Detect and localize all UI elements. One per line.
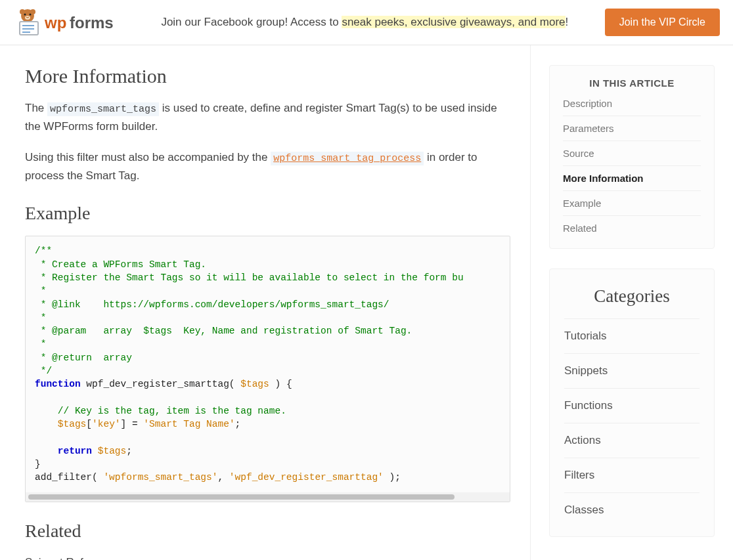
toc-list: Description Parameters Source More Infor… — [550, 98, 714, 248]
toc-item-example[interactable]: Example — [563, 190, 701, 215]
promo-text-highlight: sneak peeks, exclusive giveaways, and mo… — [342, 16, 565, 28]
toc-item-more-information[interactable]: More Information — [563, 165, 701, 190]
promo-text-suffix: ! — [566, 16, 569, 28]
svg-point-3 — [24, 14, 26, 16]
promo-banner: Join our Facebook group! Access to sneak… — [125, 16, 605, 29]
svg-point-2 — [30, 9, 35, 14]
code-horizontal-scrollbar[interactable] — [26, 492, 510, 502]
wpforms-logo-icon: wpforms — [13, 9, 125, 36]
snippet-references-label: Snippet References: — [25, 553, 510, 560]
svg-point-4 — [30, 14, 32, 16]
category-item-tutorials[interactable]: Tutorials — [564, 318, 700, 353]
scrollbar-thumb[interactable] — [28, 494, 455, 500]
categories-card: Categories Tutorials Snippets Functions … — [549, 269, 715, 537]
link-wpforms-smart-tag-process[interactable]: wpforms_smart_tag_process — [271, 152, 424, 165]
categories-list: Tutorials Snippets Functions Actions Fil… — [550, 318, 714, 536]
heading-related: Related — [25, 521, 510, 542]
join-vip-button[interactable]: Join the VIP Circle — [605, 9, 720, 36]
logo[interactable]: wpforms — [13, 9, 125, 36]
code-example-block: /** * Create a WPForms Smart Tag. * Regi… — [25, 236, 510, 502]
promo-text-prefix: Join our Facebook group! Access to — [161, 16, 342, 28]
toc-item-parameters[interactable]: Parameters — [563, 116, 701, 140]
site-header: wpforms Join our Facebook group! Access … — [0, 0, 733, 45]
toc-card: IN THIS ARTICLE Description Parameters S… — [549, 65, 715, 249]
toc-item-description[interactable]: Description — [563, 98, 701, 116]
more-info-paragraph-1: The wpforms_smart_tags is used to create… — [25, 99, 510, 135]
main-content: More Information The wpforms_smart_tags … — [18, 45, 531, 560]
category-item-snippets[interactable]: Snippets — [564, 353, 700, 388]
category-item-filters[interactable]: Filters — [564, 458, 700, 492]
toc-item-source[interactable]: Source — [563, 140, 701, 165]
svg-point-1 — [20, 9, 25, 14]
code-wpforms-smart-tags: wpforms_smart_tags — [47, 102, 159, 116]
sidebar: IN THIS ARTICLE Description Parameters S… — [531, 45, 715, 560]
svg-text:wp: wp — [44, 14, 66, 32]
toc-heading: IN THIS ARTICLE — [550, 66, 714, 98]
page-container: More Information The wpforms_smart_tags … — [5, 45, 728, 560]
more-info-paragraph-2: Using this filter must also be accompani… — [25, 148, 510, 184]
category-item-classes[interactable]: Classes — [564, 492, 700, 527]
code-example: /** * Create a WPForms Smart Tag. * Regi… — [26, 236, 510, 492]
heading-more-information: More Information — [25, 65, 510, 87]
svg-text:forms: forms — [70, 14, 114, 32]
category-item-actions[interactable]: Actions — [564, 423, 700, 458]
toc-item-related[interactable]: Related — [563, 215, 701, 240]
categories-heading: Categories — [550, 269, 714, 318]
category-item-functions[interactable]: Functions — [564, 388, 700, 423]
heading-example: Example — [25, 203, 510, 224]
